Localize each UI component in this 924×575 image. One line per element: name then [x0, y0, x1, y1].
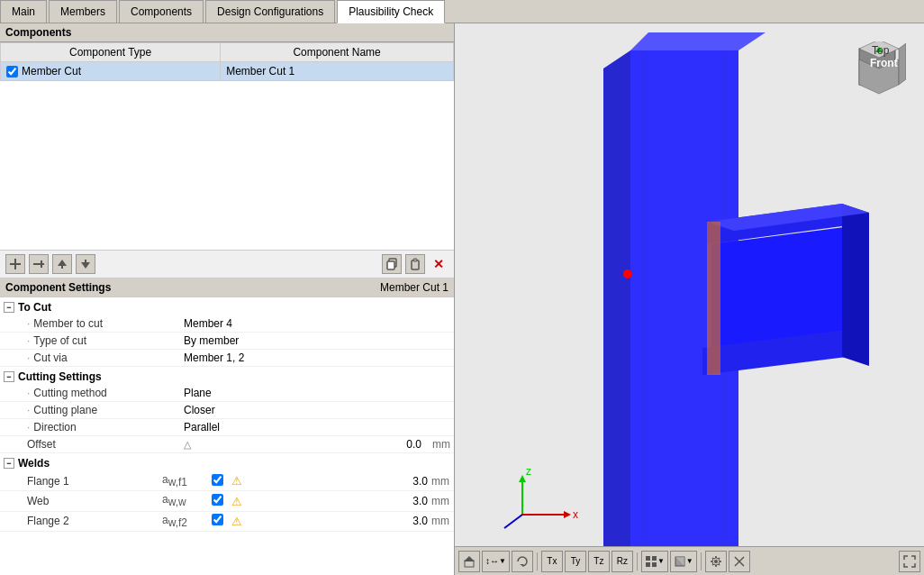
svg-rect-48: [652, 562, 657, 567]
components-section-header: Components: [0, 23, 454, 42]
vp-tx-button[interactable]: Tx: [541, 551, 563, 572]
svg-text:Front: Front: [870, 57, 898, 69]
svg-marker-43: [464, 556, 475, 561]
svg-rect-45: [646, 556, 650, 561]
svg-text:z: z: [526, 465, 531, 478]
collapse-welds[interactable]: −: [4, 458, 14, 469]
nav-cube[interactable]: Front Top: [852, 41, 906, 96]
components-table: Component Type Component Name Member Cut: [0, 42, 454, 81]
vp-rz-button[interactable]: Rz: [611, 551, 633, 572]
col-name-header: Component Name: [221, 43, 454, 62]
row-cut-via: · Cut via Member 1, 2: [0, 350, 454, 367]
vp-display-button[interactable]: ▼: [641, 551, 668, 572]
vp-rotate-button[interactable]: [512, 551, 533, 572]
paste-button[interactable]: [405, 254, 425, 274]
right-panel: z x: [455, 23, 924, 575]
svg-marker-38: [899, 43, 906, 85]
add-left-button[interactable]: [5, 254, 25, 274]
row-flange1: Flange 1 aw,f1 ⚠ 3.0 mm: [0, 471, 454, 491]
vp-settings-button[interactable]: [705, 551, 727, 572]
svg-rect-42: [465, 561, 474, 567]
settings-tree: − To Cut · Member to cut Member 4 · Typ: [0, 297, 454, 575]
settings-header: Component Settings Member Cut 1: [0, 278, 454, 297]
svg-text:x: x: [573, 508, 578, 521]
component-type-cell: Member Cut: [1, 62, 221, 81]
group-cutting-settings-header[interactable]: − Cutting Settings: [0, 369, 454, 385]
col-type-header: Component Type: [1, 43, 221, 62]
vp-ty-button[interactable]: Ty: [565, 551, 586, 572]
delete-button[interactable]: ✕: [429, 254, 448, 274]
table-row[interactable]: Member Cut Member Cut 1: [1, 62, 454, 81]
vp-axis-dropdown[interactable]: ↕↔ ▼: [482, 551, 510, 572]
row-member-to-cut: · Member to cut Member 4: [0, 315, 454, 333]
svg-rect-8: [85, 260, 86, 262]
vp-expand-button[interactable]: [899, 551, 920, 572]
svg-marker-7: [81, 262, 90, 269]
tab-components[interactable]: Components: [119, 0, 204, 23]
svg-rect-3: [41, 260, 42, 268]
svg-rect-12: [413, 259, 417, 261]
vp-tz-button[interactable]: Tz: [588, 551, 610, 572]
group-to-cut: − To Cut · Member to cut Member 4 · Typ: [0, 299, 454, 367]
row-direction: · Direction Parallel: [0, 419, 454, 436]
component-checkbox[interactable]: [6, 66, 18, 78]
vp-separator-1: [537, 552, 538, 570]
svg-marker-22: [842, 204, 869, 366]
model-svg: z x: [455, 23, 924, 575]
row-web: Web aw,w ⚠ 3.0 mm: [0, 491, 454, 511]
group-cutting-settings: − Cutting Settings · Cutting method Plan…: [0, 369, 454, 453]
svg-rect-24: [707, 222, 720, 375]
group-welds-header[interactable]: − Welds: [0, 455, 454, 471]
svg-text:Top: Top: [872, 44, 890, 57]
tab-main[interactable]: Main: [0, 0, 47, 23]
move-up-button[interactable]: [52, 254, 72, 274]
svg-rect-10: [387, 261, 394, 269]
tab-bar: Main Members Components Design Configura…: [0, 0, 924, 23]
tab-design-configurations[interactable]: Design Configurations: [205, 0, 335, 23]
vp-home-button[interactable]: [458, 551, 480, 572]
row-cutting-method: · Cutting method Plane: [0, 385, 454, 402]
group-to-cut-header[interactable]: − To Cut: [0, 299, 454, 315]
svg-rect-1: [14, 259, 16, 269]
vp-separator-3: [701, 552, 702, 570]
viewport[interactable]: z x: [455, 23, 924, 575]
row-cutting-plane: · Cutting plane Closer: [0, 402, 454, 419]
weld-checkbox-flange2[interactable]: [212, 514, 231, 528]
group-welds: − Welds Flange 1 aw,f1 ⚠ 3.: [0, 455, 454, 532]
weld-checkbox-flange1[interactable]: [212, 474, 231, 488]
svg-marker-5: [58, 260, 67, 266]
add-right-button[interactable]: [29, 254, 49, 274]
copy-button[interactable]: [382, 254, 402, 274]
svg-point-25: [623, 269, 632, 278]
collapse-cutting-settings[interactable]: −: [4, 371, 14, 382]
components-toolbar: ✕: [0, 250, 454, 278]
row-offset: Offset △ 0.0 mm: [0, 436, 454, 453]
svg-rect-6: [61, 266, 63, 269]
svg-rect-46: [652, 556, 657, 561]
svg-point-51: [714, 560, 718, 563]
weld-checkbox-web[interactable]: [212, 494, 231, 508]
viewport-toolbar: ↕↔ ▼ Tx Ty Tz Rz ▼ ▼: [455, 546, 924, 575]
components-area: Component Type Component Name Member Cut: [0, 42, 454, 250]
component-name-cell: Member Cut 1: [221, 62, 454, 81]
tab-plausibility-check[interactable]: Plausibility Check: [337, 0, 445, 23]
main-layout: Components Component Type Component Name: [0, 23, 924, 575]
row-flange2: Flange 2 aw,f2 ⚠ 3.0 mm: [0, 512, 454, 532]
move-down-button[interactable]: [76, 254, 95, 274]
svg-rect-2: [33, 263, 41, 265]
row-type-of-cut: · Type of cut By member: [0, 333, 454, 350]
svg-rect-47: [646, 562, 650, 567]
svg-marker-20: [711, 226, 851, 348]
weld-warn-web: ⚠: [231, 495, 251, 508]
collapse-to-cut[interactable]: −: [4, 302, 14, 313]
vp-close-button[interactable]: [729, 551, 750, 572]
left-panel: Components Component Type Component Name: [0, 23, 455, 575]
vp-render-button[interactable]: ▼: [670, 551, 697, 572]
svg-rect-4: [42, 263, 44, 265]
weld-warn-flange1: ⚠: [231, 474, 251, 488]
vp-separator-2: [637, 552, 638, 570]
tab-members[interactable]: Members: [49, 0, 117, 23]
svg-marker-15: [603, 50, 630, 555]
weld-warn-flange2: ⚠: [231, 515, 251, 528]
